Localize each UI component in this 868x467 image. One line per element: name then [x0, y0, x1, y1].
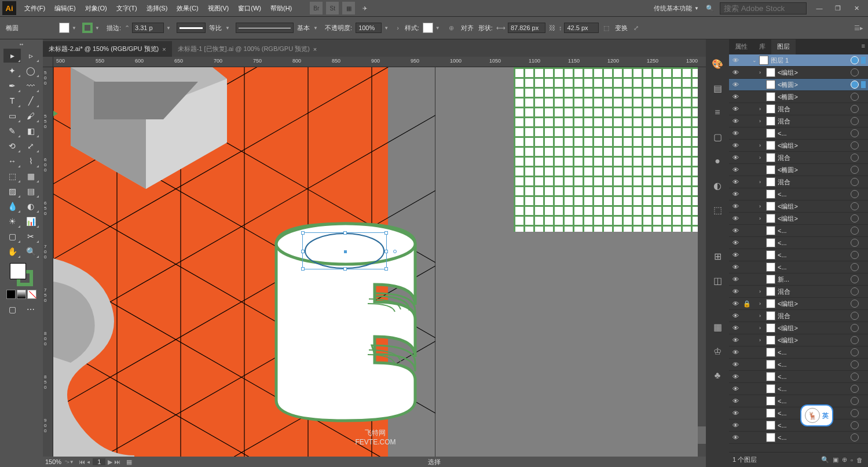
expand-arrow[interactable]: ›: [759, 118, 766, 124]
width-input[interactable]: [508, 23, 545, 33]
pen-tool[interactable]: ✒: [3, 79, 21, 93]
layer-name[interactable]: 混合: [778, 312, 848, 320]
target-icon[interactable]: [851, 141, 859, 149]
visibility-icon[interactable]: 👁: [729, 397, 742, 404]
stroke-swatch[interactable]: [82, 23, 93, 33]
gpu-icon[interactable]: ✈: [358, 2, 371, 14]
layer-row[interactable]: 👁<...: [729, 432, 868, 444]
pathfinder-icon[interactable]: ◫: [710, 273, 724, 287]
layer-name[interactable]: <编组>: [778, 202, 848, 211]
layer-row[interactable]: 👁<椭圆>: [729, 91, 868, 103]
visibility-icon[interactable]: 👁: [729, 81, 742, 88]
curvature-tool[interactable]: 〰: [22, 79, 39, 93]
spray-icon[interactable]: ♣: [710, 369, 724, 382]
layer-row[interactable]: 👁🔒›<编组>: [729, 298, 868, 310]
layer-row[interactable]: 👁›混合: [729, 115, 868, 127]
layer-name[interactable]: <编组>: [778, 68, 848, 77]
target-icon[interactable]: [851, 300, 859, 308]
artboard-nav-icon[interactable]: ▦: [126, 458, 132, 466]
gradient-tool[interactable]: ▤: [22, 184, 39, 198]
search-stock-input[interactable]: [720, 2, 807, 14]
eraser-tool[interactable]: ◧: [22, 124, 39, 138]
target-icon[interactable]: [851, 385, 859, 393]
layer-row[interactable]: 👁›混合: [729, 310, 868, 322]
recolor-icon[interactable]: ⊕: [446, 24, 457, 32]
delete-icon[interactable]: 🗑: [856, 457, 863, 464]
slice-tool[interactable]: ✂: [22, 229, 39, 243]
visibility-icon[interactable]: 👁: [729, 361, 742, 368]
visibility-icon[interactable]: 👁: [729, 349, 742, 356]
layer-row[interactable]: 👁›<编组>: [729, 213, 868, 225]
style-swatch[interactable]: [423, 23, 433, 33]
target-icon[interactable]: [851, 287, 859, 295]
target-icon[interactable]: [851, 360, 859, 369]
layer-name[interactable]: 混合: [778, 154, 848, 162]
layer-row[interactable]: 👁<...: [729, 237, 868, 249]
symbol-tool[interactable]: ☀: [3, 214, 21, 228]
arrange-icon[interactable]: ▦: [342, 2, 355, 14]
panel-menu-icon[interactable]: ≡: [859, 39, 868, 54]
layer-name[interactable]: 混合: [778, 178, 848, 187]
visibility-icon[interactable]: 👁: [729, 410, 742, 417]
expand-arrow[interactable]: ›: [759, 155, 766, 160]
line-tool[interactable]: ╱: [22, 94, 39, 108]
target-icon[interactable]: [851, 251, 859, 259]
screen-mode[interactable]: ▢: [3, 302, 21, 316]
layer-row[interactable]: 👁<...: [729, 127, 868, 140]
zoom-level[interactable]: 150%: [45, 458, 61, 465]
layer-row[interactable]: 👁›<编组>: [729, 140, 868, 152]
visibility-icon[interactable]: 👁: [729, 264, 742, 271]
visibility-icon[interactable]: 👁: [729, 215, 742, 222]
layer-name[interactable]: 新...: [778, 275, 848, 284]
expand-arrow[interactable]: ›: [759, 301, 766, 307]
visibility-icon[interactable]: 👁: [729, 118, 742, 125]
layer-row[interactable]: 👁›<编组>: [729, 334, 868, 346]
stock-icon[interactable]: St: [326, 2, 339, 14]
ruler-horizontal[interactable]: 5005506006507007508008509009501000105011…: [53, 57, 706, 67]
layer-name[interactable]: <...: [778, 227, 848, 234]
layer-row[interactable]: 👁›<编组>: [729, 200, 868, 213]
layer-name[interactable]: <编组>: [778, 336, 848, 345]
visibility-icon[interactable]: 👁: [729, 166, 742, 173]
layer-row[interactable]: 👁›混合: [729, 286, 868, 298]
layer-name[interactable]: <...: [778, 385, 848, 392]
visibility-icon[interactable]: 👁: [729, 178, 742, 185]
layer-row[interactable]: 👁新...: [729, 273, 868, 286]
visibility-icon[interactable]: 👁: [729, 337, 742, 344]
menu-item[interactable]: 效果(C): [172, 0, 203, 16]
clip-icon[interactable]: ▣: [833, 456, 838, 464]
ruler-origin[interactable]: [43, 57, 53, 67]
tab-active[interactable]: 未标题-2.ai* @ 150% (RGB/GPU 预览)×: [43, 41, 172, 57]
color-icon[interactable]: 🎨: [710, 57, 724, 71]
close-icon[interactable]: ×: [162, 46, 166, 53]
bridge-icon[interactable]: Br: [310, 2, 323, 14]
target-icon[interactable]: [851, 56, 859, 64]
layer-row[interactable]: 👁<...: [729, 346, 868, 359]
tab-libraries[interactable]: 库: [753, 39, 771, 54]
layer-row[interactable]: 👁›混合: [729, 152, 868, 164]
expand-arrow[interactable]: ›: [759, 203, 766, 209]
layer-row[interactable]: 👁<椭圆>: [729, 164, 868, 176]
appearance-icon[interactable]: ◐: [710, 178, 724, 192]
layer-name[interactable]: <...: [778, 251, 848, 258]
fill-swatch[interactable]: [59, 23, 69, 33]
target-icon[interactable]: [851, 373, 859, 381]
layer-row[interactable]: 👁<...: [729, 395, 868, 407]
layer-row[interactable]: 👁›混合: [729, 176, 868, 188]
expand-arrow[interactable]: ›: [759, 106, 766, 112]
menu-item[interactable]: 编辑(E): [50, 0, 80, 16]
transparency-icon[interactable]: ●: [710, 154, 724, 168]
target-icon[interactable]: [851, 397, 859, 405]
layer-name[interactable]: <椭圆>: [778, 166, 848, 174]
visibility-icon[interactable]: 👁: [729, 191, 742, 198]
transform-label[interactable]: 变换: [615, 24, 628, 32]
restore-icon[interactable]: ❐: [830, 3, 846, 13]
visibility-icon[interactable]: 👁: [729, 373, 742, 380]
menu-item[interactable]: 文件(F): [20, 0, 50, 16]
target-icon[interactable]: [851, 324, 859, 332]
rect-tool[interactable]: ▭: [3, 109, 21, 123]
target-icon[interactable]: [851, 202, 859, 210]
warp-tool[interactable]: ⌇: [22, 154, 39, 168]
visibility-icon[interactable]: 👁: [729, 422, 742, 429]
brushes-icon[interactable]: ▦: [710, 320, 724, 334]
